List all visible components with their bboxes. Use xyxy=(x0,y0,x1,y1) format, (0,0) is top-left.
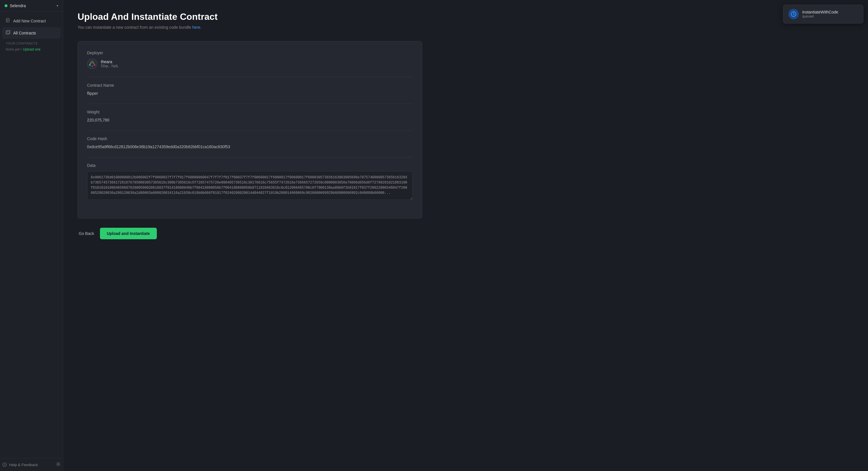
toast-content: instantiateWithCode queued xyxy=(802,10,838,19)
weight-value: 220,075,780 xyxy=(87,118,413,122)
deployer-name: theara xyxy=(101,59,119,64)
none-yet-text: None yet • xyxy=(6,48,22,52)
subtitle-link[interactable]: here. xyxy=(192,25,202,30)
contract-name-value: flipper xyxy=(87,91,413,96)
contract-name-label: Contract Name xyxy=(87,83,413,88)
svg-point-9 xyxy=(88,59,97,68)
svg-point-11 xyxy=(89,64,91,66)
sidebar-item-add-new-contract[interactable]: Add New Contract xyxy=(2,15,61,27)
svg-text:?: ? xyxy=(4,464,5,466)
svg-point-15 xyxy=(93,63,94,64)
your-contracts-section-label: Your Contracts xyxy=(2,39,61,46)
deployer-avatar xyxy=(87,59,97,69)
toast-title: instantiateWithCode xyxy=(802,10,838,14)
action-footer: Go Back Upload and Instantiate xyxy=(78,228,854,239)
network-selector[interactable]: Selendra ▾ xyxy=(0,0,63,12)
go-back-button[interactable]: Go Back xyxy=(78,228,95,239)
sidebar-item-all-contracts-label: All Contracts xyxy=(13,31,36,35)
contract-form-card: Deployer theara 5Dqr...Yq4L xyxy=(78,41,422,219)
divider-2 xyxy=(87,104,413,104)
help-feedback-label: Help & Feedback xyxy=(9,463,38,467)
page-title: Upload And Instantiate Contract xyxy=(78,11,854,22)
sidebar-item-all-contracts[interactable]: All Contracts xyxy=(2,27,61,39)
svg-point-13 xyxy=(91,65,93,67)
svg-point-10 xyxy=(91,61,94,63)
network-status-dot xyxy=(5,4,7,7)
settings-icon[interactable] xyxy=(56,462,61,468)
deployer-address: 5Dqr...Yq4L xyxy=(101,64,119,68)
upload-instantiate-button[interactable]: Upload and Instantiate xyxy=(100,228,157,239)
divider-1 xyxy=(87,77,413,77)
contract-name-section: Contract Name flipper xyxy=(87,83,413,96)
deployer-label: Deployer xyxy=(87,51,413,55)
weight-section: Weight 220,075,780 xyxy=(87,110,413,122)
sidebar-nav: Add New Contract All Contracts Your Cont… xyxy=(0,12,63,458)
page-subtitle: You can instantiate a new contract from … xyxy=(78,25,854,30)
network-name: Selendra xyxy=(10,3,26,8)
divider-3 xyxy=(87,130,413,131)
upload-one-link[interactable]: Upload one xyxy=(23,48,40,52)
deployer-section: Deployer theara 5Dqr...Yq4L xyxy=(87,51,413,69)
svg-point-14 xyxy=(90,63,91,64)
sidebar: Selendra ▾ Add New Contract xyxy=(0,0,63,471)
svg-point-12 xyxy=(94,64,95,66)
chevron-down-icon: ▾ xyxy=(57,4,58,8)
deployer-info: theara 5Dqr...Yq4L xyxy=(101,59,119,68)
main-content: Upload And Instantiate Contract You can … xyxy=(63,0,868,471)
document-icon xyxy=(6,18,10,24)
deployer-row: theara 5Dqr...Yq4L xyxy=(87,59,413,69)
weight-label: Weight xyxy=(87,110,413,114)
svg-point-8 xyxy=(58,464,59,465)
help-feedback-button[interactable]: ? Help & Feedback xyxy=(2,462,38,467)
contracts-icon xyxy=(6,30,10,36)
subtitle-text: You can instantiate a new contract from … xyxy=(78,25,191,30)
data-textarea[interactable] xyxy=(87,171,413,200)
sidebar-item-add-new-contract-label: Add New Contract xyxy=(13,19,46,23)
divider-4 xyxy=(87,157,413,157)
sidebar-footer: ? Help & Feedback xyxy=(0,458,63,471)
toast-clock-icon xyxy=(788,9,799,19)
toast-notification: instantiateWithCode queued xyxy=(783,5,863,24)
code-hash-section: Code Hash 0xdce95a9f66cd12812b008e36b19a… xyxy=(87,136,413,149)
code-hash-label: Code Hash xyxy=(87,136,413,141)
toast-status: queued xyxy=(802,14,838,19)
data-section: Data xyxy=(87,163,413,201)
code-hash-value: 0xdce95a9f66cd12812b008e36b19a1274359edd… xyxy=(87,145,413,149)
no-contracts-message: None yet • Upload one xyxy=(2,46,61,54)
data-label: Data xyxy=(87,163,413,168)
